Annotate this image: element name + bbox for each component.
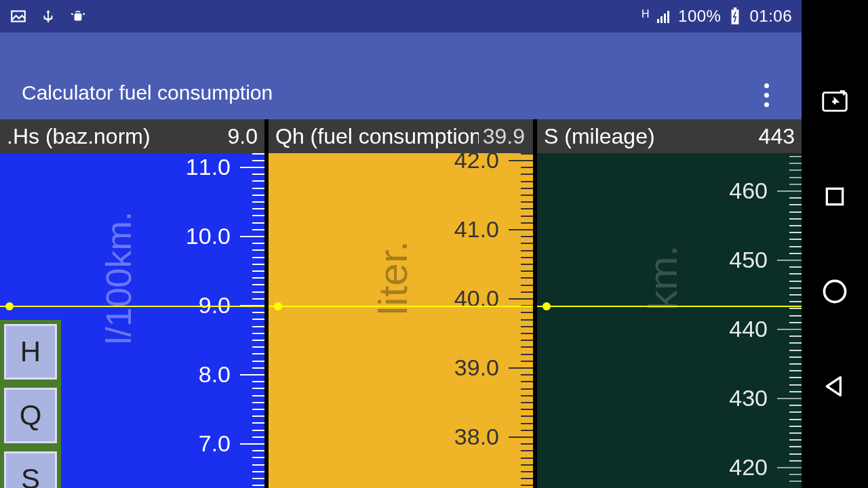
svg-rect-7 — [660, 16, 663, 23]
panel-qh[interactable]: Qh (fuel consumption) 39.9 liter. 42.0 4… — [269, 119, 533, 488]
tick-label: 11.0 — [186, 154, 231, 180]
panel-s-value: 443 — [759, 124, 795, 149]
svg-line-3 — [83, 14, 85, 15]
svg-marker-15 — [827, 378, 840, 396]
panel-hs-label: .Hs (baz.norm) — [7, 124, 151, 149]
panel-qh-unit: liter. — [370, 241, 416, 315]
usb-icon — [39, 7, 57, 25]
panel-hs-ticks — [235, 153, 264, 488]
tick-label: 430 — [729, 385, 768, 411]
app-bar: Calculator fuel consumption — [0, 33, 802, 119]
panel-hs-indicator — [0, 306, 264, 307]
tick-label: 7.0 — [199, 430, 231, 457]
tick-label: 10.0 — [186, 223, 231, 249]
side-button-h[interactable]: H — [4, 324, 57, 380]
clock: 01:06 — [749, 7, 792, 26]
panel-s[interactable]: S (mileage) 443 km. 460 450 440 430 420 — [537, 119, 802, 488]
panel-qh-indicator — [269, 306, 533, 307]
svg-rect-8 — [664, 14, 666, 23]
status-bar: H 100% 01:06 — [0, 0, 802, 33]
recent-apps-button[interactable] — [818, 180, 851, 213]
tick-label: 420 — [729, 454, 768, 481]
home-button[interactable] — [818, 275, 851, 308]
panel-hs-value: 9.0 — [228, 124, 258, 149]
signal-prefix: H — [642, 8, 650, 20]
ruler-panels: .Hs (baz.norm) 9.0 l/100km. 11.0 10.0 9.… — [0, 119, 802, 488]
android-debug-icon — [69, 7, 87, 25]
signal-icon — [655, 7, 673, 25]
side-button-s[interactable]: S — [4, 451, 57, 488]
overflow-menu-button[interactable] — [753, 81, 780, 108]
side-button-q[interactable]: Q — [4, 388, 57, 443]
tick-label: 8.0 — [199, 361, 231, 388]
panel-s-ticks — [772, 153, 802, 488]
tick-label: 460 — [729, 178, 768, 204]
tick-label: 38.0 — [454, 424, 499, 450]
panel-hs-unit: l/100km. — [98, 211, 139, 345]
app-title: Calculator fuel consumption — [22, 81, 273, 104]
svg-rect-9 — [667, 11, 669, 23]
panel-s-unit: km. — [639, 245, 686, 311]
tick-label: 450 — [729, 247, 768, 273]
side-letter-buttons: H Q S — [0, 320, 61, 488]
screenshot-icon[interactable] — [818, 85, 851, 118]
panel-qh-value: 39.9 — [483, 124, 525, 149]
battery-percent: 100% — [678, 7, 721, 26]
svg-line-2 — [71, 14, 73, 15]
svg-point-14 — [824, 281, 845, 302]
svg-rect-13 — [827, 188, 842, 204]
tick-label: 39.0 — [454, 354, 499, 381]
svg-rect-6 — [657, 19, 659, 23]
svg-rect-11 — [734, 7, 736, 9]
tick-label: 9.0 — [199, 292, 231, 319]
system-nav-bar — [802, 0, 868, 488]
panel-qh-ticks — [503, 153, 533, 488]
tick-label: 440 — [729, 316, 768, 342]
back-button[interactable] — [818, 370, 851, 403]
panel-s-label: S (mileage) — [544, 124, 655, 149]
panel-qh-label: Qh (fuel consumption) — [275, 124, 479, 149]
svg-rect-1 — [75, 14, 82, 21]
battery-charging-icon — [726, 7, 744, 25]
tick-label: 41.0 — [454, 216, 499, 243]
panel-s-indicator — [537, 306, 802, 307]
tick-label: 40.0 — [454, 285, 499, 312]
picture-icon — [9, 7, 27, 25]
